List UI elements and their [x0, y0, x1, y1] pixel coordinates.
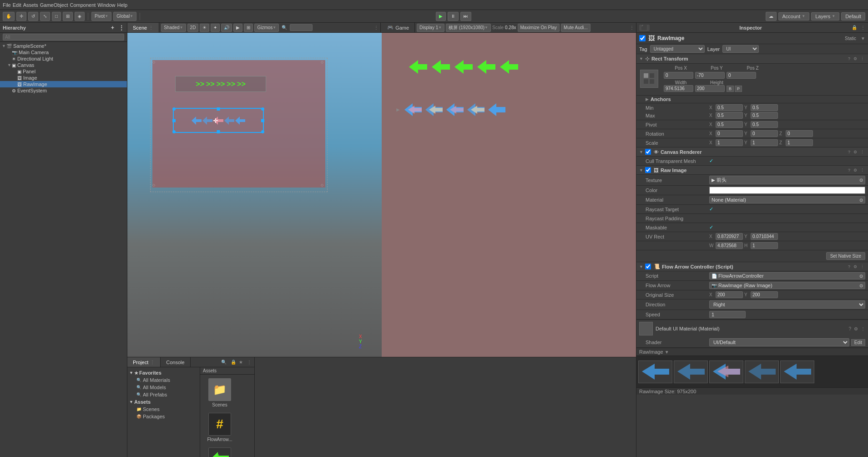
- flow-arrow-picker[interactable]: 📷 RawImage (Raw Image) ⊙: [709, 282, 865, 289]
- min-x-input[interactable]: [716, 104, 743, 111]
- game-menu-btn[interactable]: ⋮: [630, 25, 634, 30]
- resolution-btn[interactable]: 横屏 (1920x1080) ▼: [446, 24, 491, 32]
- fa-enabled[interactable]: [645, 264, 651, 269]
- menu-window[interactable]: Window: [97, 2, 115, 8]
- handle-tl[interactable]: [172, 107, 176, 111]
- width-input[interactable]: [664, 85, 693, 92]
- rt-info-btn[interactable]: ?: [847, 56, 851, 61]
- hierarchy-add-btn[interactable]: +: [111, 25, 114, 31]
- material-settings-btn[interactable]: ⚙: [854, 326, 858, 331]
- fx-btn[interactable]: ✦: [211, 24, 220, 32]
- max-x-input[interactable]: [716, 112, 743, 119]
- hand-tool[interactable]: ✋: [3, 12, 15, 21]
- rawimage-dropdown[interactable]: ▼: [665, 350, 669, 355]
- handle-t[interactable]: [217, 107, 220, 111]
- handle-r[interactable]: [261, 119, 264, 122]
- menu-gameobject[interactable]: GameObject: [40, 2, 68, 8]
- material-target-icon[interactable]: ⊙: [859, 198, 863, 203]
- tag-select[interactable]: Untagged: [650, 45, 705, 53]
- project-menu-icon[interactable]: ⋮: [244, 357, 254, 367]
- all-prefabs[interactable]: 🔍 All Prefabs: [127, 391, 200, 398]
- set-native-size-btn[interactable]: Set Native Size: [826, 252, 865, 260]
- hierarchy-item[interactable]: ▼ ▣ Canvas: [0, 62, 127, 68]
- direction-select[interactable]: Right: [709, 300, 865, 309]
- component-enabled-checkbox[interactable]: [639, 35, 646, 41]
- target-icon[interactable]: ⊙: [859, 178, 863, 183]
- rt-b-btn[interactable]: B: [727, 86, 734, 92]
- pivot-y-input[interactable]: [751, 121, 778, 128]
- hierarchy-item[interactable]: ☀ Directional Light: [0, 56, 127, 62]
- project-tab-options[interactable]: ⋮: [150, 360, 155, 365]
- pivot-x-input[interactable]: [716, 121, 743, 128]
- gizmos-btn[interactable]: Gizmos ▼: [254, 24, 279, 32]
- all-models[interactable]: 🔍 All Models: [127, 384, 200, 391]
- raw-image-header[interactable]: ▼ 🖼 Raw Image ? ⚙ ⋮: [636, 166, 868, 175]
- speed-input[interactable]: [709, 311, 746, 318]
- pivot-btn[interactable]: Pivot ▼: [91, 12, 111, 21]
- menu-help[interactable]: Help: [117, 2, 127, 8]
- step-button[interactable]: ⏭: [460, 12, 471, 21]
- inspector-lock-icon[interactable]: 🔒: [852, 25, 857, 30]
- orig-x-input[interactable]: [716, 291, 743, 298]
- scene-menu-btn[interactable]: ⋮: [374, 25, 378, 30]
- canvas-renderer-header[interactable]: ▼ 👁 Canvas Renderer ? ⚙ ⋮: [636, 147, 868, 157]
- scenes-item[interactable]: 📁 Scenes: [127, 406, 200, 413]
- fa-info-btn[interactable]: ?: [847, 264, 851, 269]
- pos-x-input[interactable]: [664, 72, 693, 79]
- scene-view[interactable]: >> >> >> >> >>: [127, 33, 382, 357]
- edit-shader-btn[interactable]: Edit: [851, 339, 865, 346]
- hierarchy-item-rawimage[interactable]: 🖼 RawImage: [0, 81, 127, 87]
- shading-btn[interactable]: Shaded ▼: [161, 24, 186, 32]
- console-tab[interactable]: Console: [161, 357, 190, 367]
- cr-enabled[interactable]: [645, 149, 651, 155]
- asset-flowarrow[interactable]: # FlowArrow...: [204, 413, 236, 442]
- game-tab[interactable]: 🎮 Game: [382, 23, 415, 32]
- min-y-input[interactable]: [751, 104, 778, 111]
- menu-component[interactable]: Component: [70, 2, 96, 8]
- handle-br[interactable]: [261, 130, 264, 133]
- fa-menu-btn[interactable]: ⋮: [859, 264, 865, 269]
- collab-btn[interactable]: ☁: [766, 12, 777, 21]
- transform-tool[interactable]: ⊞: [63, 12, 73, 21]
- global-btn[interactable]: Global ▼: [113, 12, 136, 21]
- ri-info-btn[interactable]: ?: [847, 168, 851, 173]
- rt-p-btn[interactable]: P: [735, 86, 742, 92]
- hierarchy-item[interactable]: ⚙ EventSystem: [0, 87, 127, 94]
- all-materials[interactable]: 🔍 All Materials: [127, 376, 200, 384]
- height-input[interactable]: [695, 85, 725, 92]
- handle-b[interactable]: [217, 130, 220, 133]
- uv-w-input[interactable]: [716, 242, 743, 249]
- texture-picker[interactable]: ▶ 前头 ⊙: [709, 176, 865, 184]
- cr-menu-btn[interactable]: ⋮: [859, 150, 865, 154]
- account-btn[interactable]: Account ▼: [778, 12, 810, 20]
- cr-settings-btn[interactable]: ⚙: [853, 150, 858, 154]
- handle-bl[interactable]: [172, 130, 176, 133]
- asset-scenes[interactable]: 📁 Scenes: [204, 378, 236, 407]
- uv-y-input[interactable]: [751, 233, 778, 240]
- pos-z-input[interactable]: [727, 72, 756, 79]
- project-tab[interactable]: Project ⋮: [127, 357, 161, 367]
- scale-x-input[interactable]: [716, 139, 743, 146]
- packages-item[interactable]: 📦 Packages: [127, 413, 200, 420]
- cr-info-btn[interactable]: ?: [847, 150, 851, 154]
- hierarchy-search-input[interactable]: [3, 34, 124, 41]
- pause-button[interactable]: ⏸: [448, 12, 459, 21]
- project-lock-icon[interactable]: 🔒: [229, 357, 237, 367]
- inspector-menu-icon[interactable]: ⋮: [861, 25, 865, 30]
- fa-settings-btn[interactable]: ⚙: [853, 264, 858, 269]
- scale-tool[interactable]: ⤡: [40, 12, 50, 21]
- scale-y-input[interactable]: [751, 139, 778, 146]
- material-info-btn[interactable]: ?: [848, 326, 851, 331]
- custom-tool[interactable]: ◈: [75, 12, 85, 21]
- shader-select[interactable]: UI/Default: [709, 338, 849, 346]
- rt-settings-btn[interactable]: ⚙: [853, 56, 858, 61]
- rotate-tool[interactable]: ↺: [28, 12, 38, 21]
- move-tool[interactable]: ✛: [16, 12, 26, 21]
- layer-select[interactable]: UI: [722, 45, 759, 53]
- material-picker[interactable]: None (Material) ⊙: [709, 196, 865, 203]
- static-dropdown[interactable]: ▼: [861, 36, 865, 41]
- scene-tab[interactable]: Scene ⋮: [127, 23, 159, 32]
- lights-btn[interactable]: ☀: [200, 24, 209, 32]
- rect-transform-header[interactable]: ▼ ⊹ Rect Transform ? ⚙ ⋮: [636, 54, 868, 64]
- play-button[interactable]: ▶: [436, 12, 446, 21]
